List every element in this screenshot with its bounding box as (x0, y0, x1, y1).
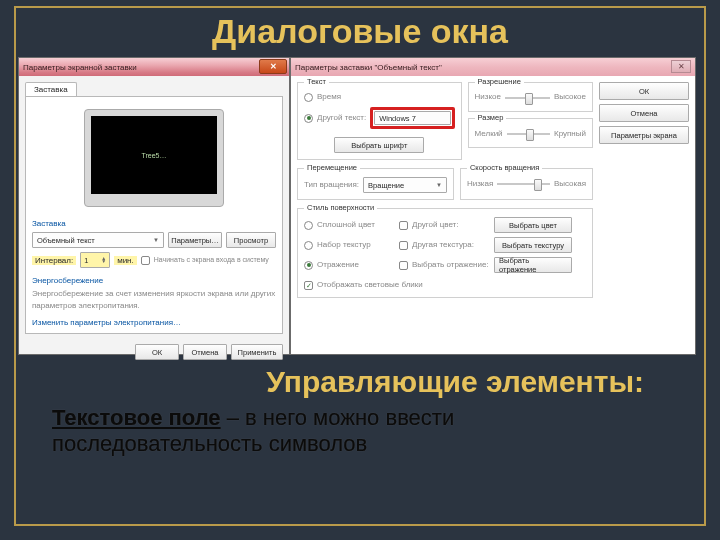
ok-button[interactable]: ОК (135, 344, 179, 360)
interval-value: 1 (84, 256, 88, 265)
custom-text-value: Windows 7 (379, 114, 416, 123)
slide-body: Текстовое поле – в него можно ввести пос… (16, 403, 704, 457)
grp-speed-legend: Скорость вращения (467, 163, 542, 172)
custom-text-highlight: Windows 7 (370, 107, 454, 129)
motion-type-combo[interactable]: Вращение ▼ (363, 177, 447, 193)
radio-time[interactable] (304, 93, 313, 102)
body-rest2: последовательность символов (52, 431, 704, 457)
radio-custom-text[interactable] (304, 114, 313, 123)
radio-reflection-label: Отражение (317, 259, 395, 271)
check-custom-color[interactable] (399, 221, 408, 230)
interval-label: Интервал: (32, 256, 76, 265)
slide-title: Диалоговые окна (16, 8, 704, 57)
tab-screensaver[interactable]: Заставка (25, 82, 77, 96)
dlg1-titlebar[interactable]: Параметры экранной заставки ✕ (19, 58, 289, 76)
check-custom-color-label: Другой цвет: (412, 219, 490, 231)
grp-text-legend: Текст (304, 77, 329, 86)
radio-texture[interactable] (304, 241, 313, 250)
screensaver-settings-dialog: Параметры экранной заставки ✕ Заставка T… (18, 57, 290, 355)
check-show-glare-label: Отображать световые блики (317, 279, 423, 291)
custom-text-input[interactable]: Windows 7 (374, 111, 450, 125)
resume-label: Начинать с экрана входа в систему (154, 255, 269, 266)
3dtext-settings-dialog: Параметры заставки "Объемный текст" ✕ ОК… (290, 57, 696, 355)
motion-type-label: Тип вращения: (304, 179, 359, 191)
power-text: Энергосбережение за счет изменения яркос… (32, 288, 276, 312)
speed-low-label: Низкая (467, 178, 493, 190)
resolution-slider[interactable] (505, 91, 550, 105)
combo-value: Объемный текст (37, 236, 95, 245)
grp-motion-legend: Перемещение (304, 163, 360, 172)
dlg2-titlebar[interactable]: Параметры заставки "Объемный текст" ✕ (291, 58, 695, 76)
params-button[interactable]: Параметры… (168, 232, 222, 248)
cancel-button[interactable]: Отмена (599, 104, 689, 122)
preview-button[interactable]: Просмотр (226, 232, 276, 248)
apply-button[interactable]: Применить (231, 344, 283, 360)
motion-type-value: Вращение (368, 181, 404, 190)
choose-texture-button[interactable]: Выбрать текстуру (494, 237, 572, 253)
monitor-preview: Tree5… (84, 109, 224, 207)
close-button[interactable]: ✕ (671, 60, 691, 73)
slide-frame: Диалоговые окна Параметры экранной заста… (14, 6, 706, 526)
preview-text: Tree5… (141, 152, 166, 159)
screensaver-section-label: Заставка (32, 219, 276, 228)
res-high-label: Высокое (554, 91, 586, 103)
ok-button[interactable]: ОК (599, 82, 689, 100)
resume-checkbox[interactable] (141, 256, 150, 265)
dlg2-title-text: Параметры заставки "Объемный текст" (295, 63, 442, 72)
chevron-down-icon: ▼ (436, 182, 442, 188)
dlg1-title-text: Параметры экранной заставки (23, 63, 137, 72)
grp-size-legend: Размер (475, 113, 507, 122)
body-term: Текстовое поле (52, 405, 221, 430)
speed-slider[interactable] (497, 177, 550, 191)
body-rest1: – в него можно ввести (221, 405, 455, 430)
size-slider[interactable] (507, 127, 550, 141)
size-small-label: Мелкий (475, 128, 503, 140)
spinner-arrows-icon: ▲▼ (101, 257, 106, 263)
speed-high-label: Высокая (554, 178, 586, 190)
interval-spinner[interactable]: 1 ▲▼ (80, 252, 110, 268)
radio-solid-color[interactable] (304, 221, 313, 230)
size-large-label: Крупный (554, 128, 586, 140)
grp-resolution-legend: Разрешение (475, 77, 524, 86)
screensaver-combo[interactable]: Объемный текст ▼ (32, 232, 164, 248)
close-icon: ✕ (678, 62, 685, 71)
radio-time-label: Время (317, 91, 341, 103)
choose-reflection-button[interactable]: Выбрать отражение (494, 257, 572, 273)
res-low-label: Низкое (475, 91, 501, 103)
radio-texture-label: Набор текстур (317, 239, 395, 251)
chevron-down-icon: ▼ (153, 237, 159, 243)
grp-surface-legend: Стиль поверхности (304, 203, 377, 212)
choose-font-button[interactable]: Выбрать шрифт (334, 137, 424, 153)
check-show-glare[interactable] (304, 281, 313, 290)
radio-reflection[interactable] (304, 261, 313, 270)
interval-unit: мин. (114, 256, 137, 265)
check-custom-reflection-label: Выбрать отражение: (412, 259, 490, 271)
power-link[interactable]: Изменить параметры электропитания… (32, 318, 276, 327)
choose-color-button[interactable]: Выбрать цвет (494, 217, 572, 233)
power-section-label: Энергосбережение (32, 276, 276, 285)
radio-custom-label: Другой текст: (317, 112, 366, 124)
close-icon: ✕ (270, 62, 277, 71)
display-params-button[interactable]: Параметры экрана (599, 126, 689, 144)
close-button[interactable]: ✕ (259, 59, 287, 74)
check-custom-texture-label: Другая текстура: (412, 239, 490, 251)
check-custom-reflection[interactable] (399, 261, 408, 270)
check-custom-texture[interactable] (399, 241, 408, 250)
cancel-button[interactable]: Отмена (183, 344, 227, 360)
radio-solid-label: Сплошной цвет (317, 219, 395, 231)
